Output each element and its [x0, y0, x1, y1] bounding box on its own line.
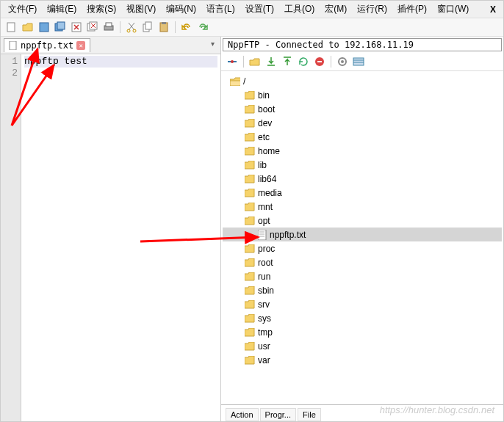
- copy-icon[interactable]: [141, 21, 154, 34]
- tree-folder[interactable]: dev: [223, 116, 502, 130]
- disconnect-icon[interactable]: [226, 55, 239, 68]
- undo-icon[interactable]: [180, 21, 193, 34]
- remote-tree[interactable]: / binbootdevetchomeliblib64mediamntoptnp…: [221, 71, 503, 404]
- tree-label: bin: [258, 90, 270, 101]
- transfer-columns: Action Progr... File: [221, 404, 503, 422]
- menu-encoding[interactable]: 编码(N): [166, 3, 196, 15]
- close-all-icon[interactable]: [86, 21, 99, 34]
- tree-label: tmp: [258, 327, 273, 338]
- folder-icon: [245, 217, 255, 225]
- svg-rect-22: [258, 230, 266, 240]
- paste-icon[interactable]: [157, 21, 170, 34]
- tree-folder[interactable]: root: [223, 255, 502, 269]
- tree-label: home: [258, 146, 280, 156]
- folder-icon: [245, 133, 255, 142]
- menu-language[interactable]: 语言(L): [206, 3, 235, 15]
- tree-folder[interactable]: opt: [223, 214, 502, 228]
- tab-bar: nppftp.txt ✕ ▾: [1, 37, 220, 54]
- download-icon[interactable]: [264, 55, 278, 68]
- nppftp-panel: NppFTP - Connected to 192.168.11.19 / bi…: [221, 37, 503, 422]
- folder-icon: [245, 272, 255, 281]
- tree-folder[interactable]: etc: [223, 130, 502, 144]
- abort-icon[interactable]: [313, 55, 326, 68]
- tab-close-icon[interactable]: ✕: [76, 41, 85, 50]
- folder-icon: [245, 328, 255, 337]
- col-file[interactable]: File: [298, 408, 321, 421]
- menu-macro[interactable]: 宏(M): [325, 3, 347, 15]
- close-file-icon[interactable]: [70, 21, 83, 34]
- file-icon: [9, 41, 18, 50]
- menu-plugins[interactable]: 插件(P): [397, 3, 427, 15]
- toolbar-separator: [331, 56, 331, 68]
- redo-icon[interactable]: [196, 21, 209, 34]
- settings-icon[interactable]: [336, 55, 349, 68]
- code-line[interactable]: nppftp test: [24, 56, 217, 68]
- tree-label: sbin: [258, 285, 274, 296]
- menu-run[interactable]: 运行(R): [357, 3, 387, 15]
- tree-folder[interactable]: proc: [223, 241, 502, 255]
- folder-icon: [245, 244, 255, 253]
- toolbar-separator: [175, 21, 176, 33]
- tree-label: root: [258, 258, 273, 268]
- messages-icon[interactable]: [352, 55, 365, 68]
- tree-folder[interactable]: home: [223, 144, 502, 158]
- menu-window[interactable]: 窗口(W): [437, 3, 469, 15]
- print-icon[interactable]: [102, 21, 115, 34]
- menu-search[interactable]: 搜索(S): [87, 3, 116, 15]
- svg-rect-12: [145, 22, 151, 29]
- tree-label: mnt: [258, 202, 273, 212]
- menu-tools[interactable]: 工具(O): [284, 3, 314, 15]
- tree-folder[interactable]: sbin: [223, 283, 502, 297]
- editor-tab[interactable]: nppftp.txt ✕: [4, 38, 90, 52]
- tree-folder[interactable]: lib: [223, 158, 502, 172]
- svg-rect-15: [10, 41, 16, 50]
- tree-label: proc: [258, 244, 275, 254]
- open-remote-icon[interactable]: [248, 55, 262, 68]
- col-progress[interactable]: Progr...: [260, 408, 296, 421]
- menu-settings[interactable]: 设置(T): [245, 3, 274, 15]
- tree-folder[interactable]: run: [223, 269, 502, 283]
- tree-label: boot: [258, 104, 275, 114]
- tree-folder[interactable]: usr: [223, 339, 502, 353]
- code-line[interactable]: [24, 68, 217, 79]
- tree-folder[interactable]: tmp: [223, 325, 502, 339]
- folder-icon: [245, 258, 255, 267]
- menu-file[interactable]: 文件(F): [8, 3, 37, 15]
- menu-view[interactable]: 视图(V): [126, 3, 156, 15]
- nppftp-toolbar: [221, 53, 503, 71]
- folder-icon: [245, 119, 255, 128]
- tree-file-selected[interactable]: nppftp.txt: [223, 228, 502, 241]
- col-action[interactable]: Action: [226, 408, 259, 421]
- svg-rect-14: [162, 22, 166, 24]
- menubar: 文件(F) 编辑(E) 搜索(S) 视图(V) 编码(N) 语言(L) 设置(T…: [1, 1, 503, 18]
- tree-folder[interactable]: lib64: [223, 172, 502, 186]
- file-icon: [258, 230, 267, 240]
- save-all-icon[interactable]: [54, 21, 67, 34]
- tab-dropdown-icon[interactable]: ▾: [208, 38, 217, 52]
- upload-icon[interactable]: [281, 55, 294, 68]
- code-area[interactable]: nppftp test: [21, 54, 220, 422]
- folder-icon: [245, 314, 255, 323]
- code-editor[interactable]: 1 2 nppftp test: [1, 54, 220, 422]
- tree-folder[interactable]: mnt: [223, 200, 502, 214]
- tree-folder[interactable]: sys: [223, 311, 502, 325]
- tree-folder[interactable]: bin: [223, 88, 502, 102]
- main-toolbar: [1, 18, 503, 37]
- open-folder-icon[interactable]: [21, 21, 35, 34]
- tree-folder[interactable]: var: [223, 353, 502, 367]
- folder-icon: [245, 286, 255, 295]
- refresh-icon[interactable]: [297, 55, 310, 68]
- menu-edit[interactable]: 编辑(E): [47, 3, 76, 15]
- tree-folder[interactable]: srv: [223, 297, 502, 311]
- editor-pane: nppftp.txt ✕ ▾ 1 2 nppftp test: [1, 37, 221, 422]
- tree-folder[interactable]: media: [223, 186, 502, 200]
- tree-label: etc: [258, 132, 270, 142]
- tree-root[interactable]: /: [223, 74, 502, 88]
- cut-icon[interactable]: [125, 21, 138, 34]
- tree-label: srv: [258, 299, 270, 310]
- tree-folder[interactable]: boot: [223, 102, 502, 116]
- new-file-icon[interactable]: [5, 21, 18, 34]
- tree-label: /: [243, 76, 245, 87]
- save-icon[interactable]: [37, 21, 51, 34]
- close-icon[interactable]: X: [490, 4, 496, 15]
